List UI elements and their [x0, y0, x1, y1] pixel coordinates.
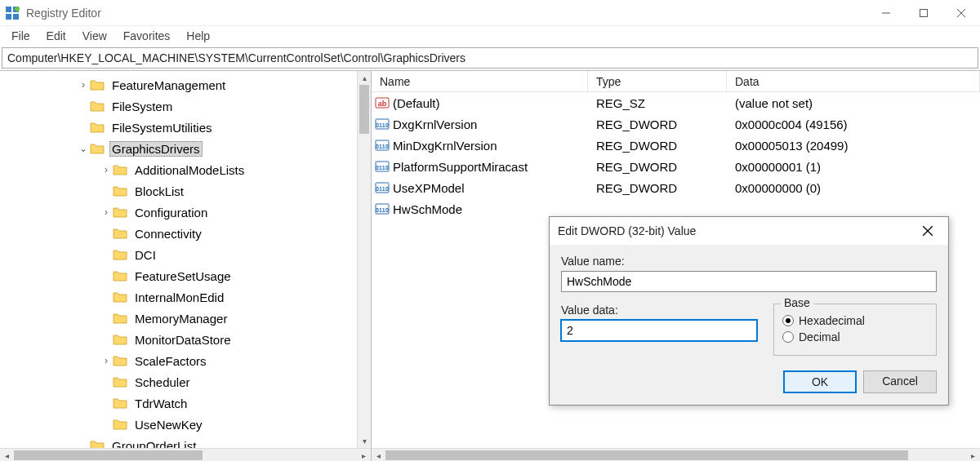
values-list[interactable]: ab(Default)REG_SZ(value not set)011 0Dxg…	[372, 92, 980, 219]
svg-text:011 0: 011 0	[376, 144, 389, 149]
radio-label: Hexadecimal	[799, 314, 865, 327]
value-data-input[interactable]	[561, 320, 757, 341]
tree-item-label: Configuration	[132, 205, 210, 220]
value-row[interactable]: 011 0UseXPModelREG_DWORD0x00000000 (0)	[372, 177, 980, 198]
radio-decimal[interactable]: Decimal	[782, 330, 928, 344]
radio-hexadecimal[interactable]: Hexadecimal	[782, 314, 928, 327]
address-bar[interactable]: Computer\HKEY_LOCAL_MACHINE\SYSTEM\Curre…	[2, 47, 978, 69]
tree-item-label: ScaleFactors	[132, 353, 209, 369]
tree-horizontal-scrollbar[interactable]: ◂ ▸	[0, 448, 372, 461]
folder-icon	[113, 206, 127, 219]
registry-tree[interactable]: ›FeatureManagementFileSystemFileSystemUt…	[0, 71, 357, 448]
tree-item-label: UseNewKey	[132, 417, 205, 432]
folder-icon	[90, 100, 105, 113]
scroll-down-icon[interactable]: ▾	[358, 434, 371, 448]
value-type: REG_DWORD	[588, 160, 727, 174]
tree-item[interactable]: BlockList	[0, 180, 357, 202]
svg-text:011 0: 011 0	[376, 186, 389, 192]
tree-item[interactable]: ⌄GraphicsDrivers	[0, 138, 357, 159]
tree-item[interactable]: FileSystemUtilities	[0, 117, 357, 138]
scroll-left-icon[interactable]: ◂	[372, 449, 385, 462]
expander-icon[interactable]: ⌄	[77, 143, 90, 154]
value-row[interactable]: 011 0DxgKrnlVersionREG_DWORD0x0000c004 (…	[372, 113, 980, 135]
value-type: REG_DWORD	[588, 117, 727, 131]
tree-item[interactable]: GroupOrderList	[0, 435, 357, 448]
radio-label: Decimal	[799, 330, 840, 344]
tree-item[interactable]: ›ScaleFactors	[0, 350, 357, 371]
svg-rect-2	[6, 14, 11, 20]
value-data: 0x00000001 (1)	[727, 160, 980, 174]
tree-item[interactable]: FileSystem	[0, 95, 357, 117]
tree-item[interactable]: MemoryManager	[0, 308, 357, 329]
scroll-left-icon[interactable]: ◂	[0, 449, 14, 462]
scroll-thumb[interactable]	[385, 450, 908, 460]
reg-sz-icon: ab	[372, 95, 393, 110]
tree-item-label: FileSystemUtilities	[109, 120, 215, 135]
regedit-icon	[5, 6, 20, 20]
minimize-button[interactable]	[867, 0, 905, 26]
tree-item[interactable]: TdrWatch	[0, 392, 357, 414]
scroll-right-icon[interactable]: ▸	[966, 449, 980, 462]
col-header-data[interactable]: Data	[727, 71, 980, 91]
menu-view[interactable]: View	[74, 28, 115, 44]
tree-item[interactable]: InternalMonEdid	[0, 286, 357, 308]
col-header-type[interactable]: Type	[588, 71, 727, 91]
tree-item[interactable]: ›Configuration	[0, 202, 357, 223]
menu-favorites[interactable]: Favorites	[115, 28, 179, 44]
tree-item[interactable]: Connectivity	[0, 223, 357, 244]
value-row[interactable]: ab(Default)REG_SZ(value not set)	[372, 92, 980, 113]
folder-icon	[113, 375, 127, 388]
ok-button[interactable]: OK	[783, 370, 857, 393]
expander-icon[interactable]: ›	[77, 79, 90, 91]
folder-icon	[90, 121, 105, 134]
folder-icon	[113, 418, 127, 431]
maximize-button[interactable]	[905, 0, 942, 26]
list-horizontal-scrollbar[interactable]: ◂ ▸	[372, 448, 980, 461]
scroll-up-icon[interactable]: ▴	[358, 71, 371, 85]
tree-item[interactable]: DCI	[0, 244, 357, 265]
menu-help[interactable]: Help	[178, 28, 218, 44]
value-row[interactable]: 011 0PlatformSupportMiracastREG_DWORD0x0…	[372, 156, 980, 177]
dialog-title-bar[interactable]: Edit DWORD (32-bit) Value	[550, 217, 948, 245]
svg-rect-6	[920, 9, 928, 16]
scroll-thumb[interactable]	[359, 85, 369, 134]
reg-dword-icon: 011 0	[372, 159, 393, 174]
col-header-name[interactable]: Name	[372, 71, 588, 91]
value-data: 0x00000000 (0)	[727, 181, 980, 195]
title-bar: Registry Editor	[0, 0, 980, 26]
tree-item[interactable]: FeatureSetUsage	[0, 265, 357, 286]
expander-icon[interactable]: ›	[100, 206, 113, 218]
tree-item-label: Connectivity	[132, 226, 204, 242]
tree-vertical-scrollbar[interactable]: ▴ ▾	[357, 71, 371, 448]
value-type: REG_DWORD	[588, 181, 727, 195]
tree-item[interactable]: MonitorDataStore	[0, 329, 357, 350]
tree-item[interactable]: Scheduler	[0, 371, 357, 392]
value-name: DxgKrnlVersion	[393, 117, 588, 131]
close-button[interactable]	[942, 0, 980, 26]
base-legend: Base	[781, 296, 813, 309]
value-name-input[interactable]	[561, 271, 937, 292]
tree-pane: ›FeatureManagementFileSystemFileSystemUt…	[0, 71, 372, 448]
folder-icon	[113, 227, 127, 240]
menu-file[interactable]: File	[3, 28, 38, 44]
value-row[interactable]: 011 0MinDxgKrnlVersionREG_DWORD0x0000501…	[372, 135, 980, 156]
value-name-label: Value name:	[561, 255, 937, 268]
scroll-thumb[interactable]	[14, 450, 203, 460]
tree-item-label: MonitorDataStore	[132, 332, 234, 348]
reg-dword-icon: 011 0	[372, 138, 393, 153]
menu-edit[interactable]: Edit	[38, 28, 74, 44]
cancel-button[interactable]: Cancel	[863, 370, 937, 393]
scroll-right-icon[interactable]: ▸	[357, 449, 371, 462]
dialog-close-button[interactable]	[915, 219, 940, 243]
tree-item[interactable]: ›FeatureManagement	[0, 74, 357, 95]
tree-item-label: FeatureSetUsage	[132, 268, 234, 284]
svg-text:011 0: 011 0	[376, 207, 389, 213]
tree-item-label: BlockList	[132, 184, 186, 199]
reg-dword-icon: 011 0	[372, 117, 393, 131]
expander-icon[interactable]: ›	[100, 164, 113, 175]
tree-item[interactable]: UseNewKey	[0, 414, 357, 435]
bottom-scrollbars: ◂ ▸ ◂ ▸	[0, 448, 980, 461]
svg-text:011 0: 011 0	[376, 122, 389, 128]
expander-icon[interactable]: ›	[100, 355, 113, 366]
tree-item[interactable]: ›AdditionalModeLists	[0, 159, 357, 180]
